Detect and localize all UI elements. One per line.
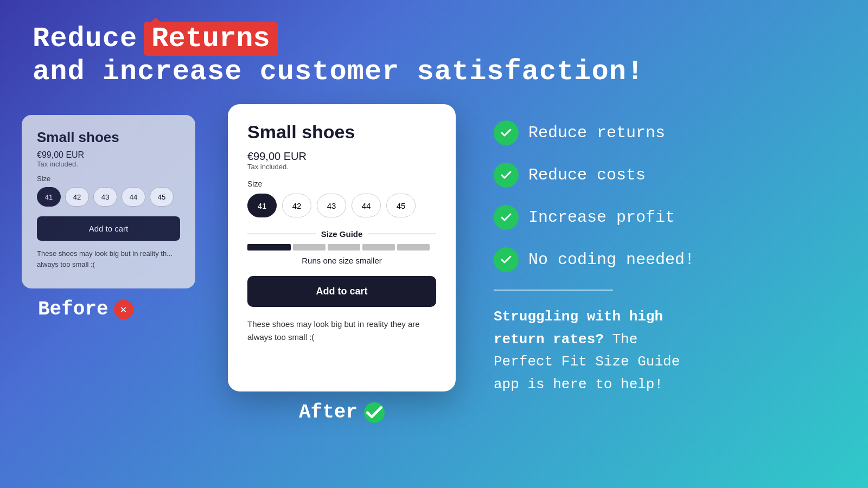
feature-item-3: Increase profit [494,205,830,230]
after-size-btn-41[interactable]: 41 [247,194,277,217]
after-description: These shoes may look big but in reality … [247,318,436,344]
after-add-to-cart-button[interactable]: Add to cart [247,276,436,307]
after-card: Small shoes €99,00 EUR Tax included. Siz… [228,104,456,391]
after-card-price: €99,00 EUR [247,150,436,163]
feature-item-4: No coding needed! [494,247,830,272]
size-guide-subtitle: Runs one size smaller [247,256,436,265]
feature-check-2 [494,163,519,188]
after-size-btn-45[interactable]: 45 [386,194,416,217]
feature-text-1: Reduce returns [528,124,665,142]
features-panel: Reduce returns Reduce costs Increase pro… [467,104,846,412]
feature-text-4: No coding needed! [528,251,694,269]
bar-3 [328,244,360,251]
before-card-title: Small shoes [37,129,180,146]
before-label: Before ✕ [38,298,217,320]
cross-icon: ✕ [114,300,133,319]
feature-text-2: Reduce costs [528,166,646,184]
bar-1 [247,244,291,251]
before-size-buttons: 41 42 43 44 45 [37,187,180,207]
before-add-to-cart-button[interactable]: Add to cart [37,216,180,241]
bar-2 [293,244,326,251]
after-card-title: Small shoes [247,121,436,143]
feature-check-1 [494,120,519,145]
after-label: After [228,401,456,423]
before-size-btn-42[interactable]: 42 [65,187,89,207]
before-size-btn-43[interactable]: 43 [93,187,117,207]
bar-5 [397,244,430,251]
before-section: Small shoes €99,00 EUR Tax included. Siz… [22,115,217,320]
header-suffix: and increase customer satisfaction! [33,56,644,88]
before-size-btn-45[interactable]: 45 [150,187,174,207]
after-size-buttons: 41 42 43 44 45 [247,194,436,217]
header-highlight: Returns [144,22,277,56]
before-size-label: Size [37,175,180,183]
bar-4 [362,244,395,251]
after-section: Small shoes €99,00 EUR Tax included. Siz… [228,104,456,423]
size-guide-title: Size Guide [321,229,363,239]
after-size-label: Size [247,179,436,188]
feature-item-1: Reduce returns [494,120,830,145]
before-card: Small shoes €99,00 EUR Tax included. Siz… [22,115,195,288]
feature-text-3: Increase profit [528,208,675,227]
before-card-price: €99,00 EUR [37,150,180,160]
size-guide-header: Size Guide [247,229,436,239]
header-prefix: Reduce [33,23,137,55]
size-guide-line-right [368,234,436,235]
feature-item-2: Reduce costs [494,163,830,188]
before-description: These shoes may look big but in reality … [37,248,180,269]
divider [494,290,613,291]
feature-check-3 [494,205,519,230]
header: Reduce Returns and increase customer sat… [0,0,868,99]
after-size-btn-44[interactable]: 44 [352,194,381,217]
after-size-btn-43[interactable]: 43 [317,194,346,217]
size-guide: Size Guide Runs one size smaller [247,229,436,265]
main-content: Small shoes €99,00 EUR Tax included. Siz… [0,104,868,423]
after-check-icon [364,402,385,423]
cta-text: Struggling with high return rates? The P… [494,306,700,396]
size-guide-line-left [247,234,316,235]
after-size-btn-42[interactable]: 42 [282,194,311,217]
before-card-tax: Tax included. [37,160,180,168]
feature-check-4 [494,247,519,272]
before-size-btn-41[interactable]: 41 [37,187,61,207]
before-size-btn-44[interactable]: 44 [122,187,145,207]
after-card-tax: Tax included. [247,163,436,171]
after-label-text: After [299,401,358,423]
before-label-text: Before [38,298,108,320]
size-guide-bars [247,244,436,251]
